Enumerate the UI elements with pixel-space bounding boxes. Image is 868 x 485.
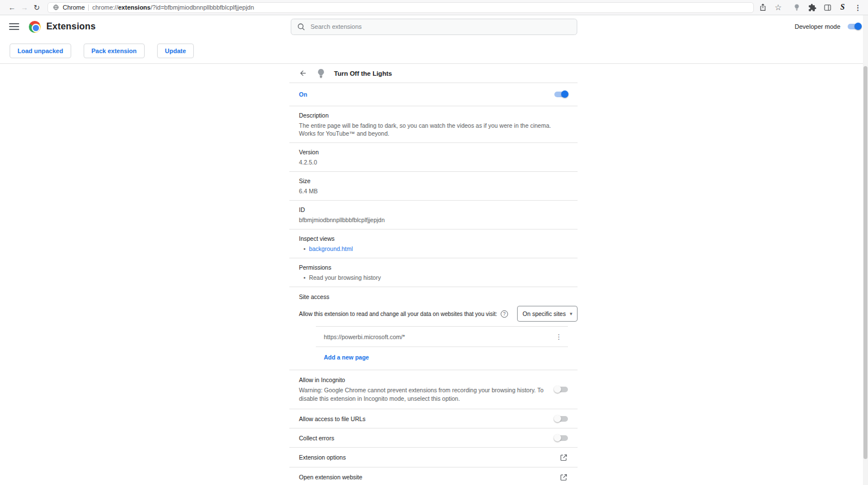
- url-path: /?id=bfbmjmiodbnnpllbbbfblcplfjjepjdn: [150, 4, 254, 11]
- version-section: Version 4.2.5.0: [289, 143, 578, 172]
- inspect-view-item: • background.html: [299, 245, 568, 253]
- open-website-row[interactable]: Open extension website: [289, 467, 578, 485]
- collect-errors-toggle[interactable]: [554, 435, 568, 441]
- inspect-view-link[interactable]: background.html: [309, 245, 353, 253]
- pack-extension-button[interactable]: Pack extension: [84, 44, 145, 58]
- file-urls-toggle[interactable]: [554, 416, 568, 422]
- site-access-allow-row: Allow this extension to read and change …: [299, 306, 568, 322]
- collect-errors-label: Collect errors: [299, 434, 334, 442]
- site-list: https://powerbi.microsoft.com/* ⋮ Add a …: [316, 326, 568, 367]
- url-host: extensions: [118, 4, 150, 11]
- size-value: 6.4 MB: [299, 187, 568, 195]
- browser-actions: ☆ S ⋮: [758, 3, 862, 12]
- incognito-label: Allow in Incognito: [299, 376, 548, 384]
- s-extension-icon[interactable]: S: [838, 3, 847, 12]
- reload-icon[interactable]: ↻: [31, 0, 43, 15]
- load-unpacked-button[interactable]: Load unpacked: [10, 44, 71, 58]
- incognito-warning: Warning: Google Chrome cannot prevent ex…: [299, 386, 548, 403]
- version-label: Version: [299, 148, 568, 156]
- add-new-page-button[interactable]: Add a new page: [324, 354, 369, 361]
- description-section: Description The entire page will be fadi…: [289, 106, 578, 143]
- back-to-list-icon[interactable]: [299, 69, 308, 78]
- add-page-row: Add a new page: [316, 347, 568, 367]
- site-access-section: Site access Allow this extension to read…: [289, 287, 578, 370]
- browser-toolbar: ← → ↻ Chrome chrome://extensions/?id=bfb…: [0, 0, 868, 15]
- enabled-row: On: [289, 83, 578, 106]
- scrollbar-track: [863, 15, 868, 485]
- file-urls-label: Allow access to file URLs: [299, 415, 366, 423]
- site-row: https://powerbi.microsoft.com/* ⋮: [316, 326, 568, 347]
- screen: ← → ↻ Chrome chrome://extensions/?id=bfb…: [0, 0, 868, 485]
- address-url: chrome://extensions/?id=bfbmjmiodbnnpllb…: [92, 4, 254, 11]
- chevron-down-icon: ▾: [570, 311, 572, 317]
- description-value: The entire page will be fading to dark, …: [299, 122, 568, 137]
- permission-text: Read your browsing history: [309, 274, 381, 282]
- extension-options-row[interactable]: Extension options: [289, 448, 578, 467]
- developer-mode-label: Developer mode: [795, 23, 840, 30]
- extension-title: Turn Off the Lights: [334, 70, 392, 77]
- page-info-icon: [53, 4, 59, 11]
- extension-enabled-toggle[interactable]: [554, 92, 568, 97]
- extension-icon: [315, 68, 327, 79]
- extensions-header: Extensions Developer mode: [0, 15, 868, 38]
- open-website-label: Open extension website: [299, 474, 362, 480]
- inspect-views-label: Inspect views: [299, 235, 568, 242]
- collect-errors-row: Collect errors: [289, 428, 578, 448]
- address-separator: [88, 5, 89, 11]
- address-bar[interactable]: Chrome chrome://extensions/?id=bfbmjmiod…: [47, 2, 754, 13]
- search-icon: [297, 23, 306, 31]
- site-access-selected-option: On specific sites: [523, 310, 566, 317]
- file-urls-row: Allow access to file URLs: [289, 409, 578, 428]
- help-icon[interactable]: ?: [501, 310, 508, 318]
- open-in-new-icon: [559, 473, 568, 482]
- address-page-label: Chrome: [63, 4, 85, 11]
- page-title: Extensions: [46, 21, 96, 32]
- permissions-section: Permissions • Read your browsing history: [289, 258, 578, 287]
- developer-mode-toggle[interactable]: [848, 24, 861, 29]
- detail-header: Turn Off the Lights: [289, 64, 578, 83]
- chrome-logo-icon: [29, 21, 41, 33]
- forward-icon[interactable]: →: [18, 0, 31, 15]
- back-icon[interactable]: ←: [6, 0, 18, 15]
- incognito-toggle[interactable]: [554, 387, 568, 392]
- browser-menu-icon[interactable]: ⋮: [853, 3, 862, 12]
- menu-icon[interactable]: [9, 23, 19, 30]
- version-value: 4.2.5.0: [299, 158, 568, 166]
- id-label: ID: [299, 206, 568, 214]
- scrollbar-thumb[interactable]: [863, 66, 867, 459]
- site-access-description: Allow this extension to read and change …: [299, 311, 497, 317]
- permissions-label: Permissions: [299, 263, 568, 271]
- update-button[interactable]: Update: [157, 44, 194, 58]
- extensions-toolbar: Load unpacked Pack extension Update: [0, 38, 868, 64]
- description-label: Description: [299, 111, 568, 119]
- incognito-section: Allow in Incognito Warning: Google Chrom…: [289, 370, 578, 409]
- url-scheme: chrome://: [92, 4, 118, 11]
- size-label: Size: [299, 177, 568, 185]
- extension-detail-panel: Turn Off the Lights On Description The e…: [289, 64, 578, 485]
- share-icon[interactable]: [758, 3, 767, 12]
- search-input[interactable]: [311, 23, 571, 30]
- search-box[interactable]: [291, 19, 578, 35]
- site-more-icon[interactable]: ⋮: [554, 333, 563, 341]
- site-url: https://powerbi.microsoft.com/*: [324, 334, 405, 340]
- site-access-label: Site access: [299, 293, 568, 301]
- id-value: bfbmjmiodbnnpllbbbfblcplfjjepjdn: [299, 216, 568, 224]
- enabled-state-label: On: [299, 91, 307, 98]
- site-access-select[interactable]: On specific sites ▾: [517, 306, 578, 322]
- extensions-puzzle-icon[interactable]: [808, 3, 817, 12]
- bullet-icon: •: [303, 274, 306, 282]
- id-section: ID bfbmjmiodbnnpllbbbfblcplfjjepjdn: [289, 201, 578, 229]
- open-in-new-icon: [559, 453, 568, 462]
- extension-options-label: Extension options: [299, 454, 346, 461]
- permission-item: • Read your browsing history: [299, 274, 568, 282]
- bullet-icon: •: [303, 245, 306, 253]
- side-panel-icon[interactable]: [823, 3, 832, 12]
- size-section: Size 6.4 MB: [289, 172, 578, 201]
- developer-mode-control: Developer mode: [795, 23, 861, 30]
- bookmark-star-icon[interactable]: ☆: [774, 3, 783, 12]
- inspect-views-section: Inspect views • background.html: [289, 229, 578, 258]
- lightbulb-extension-icon[interactable]: [792, 3, 801, 12]
